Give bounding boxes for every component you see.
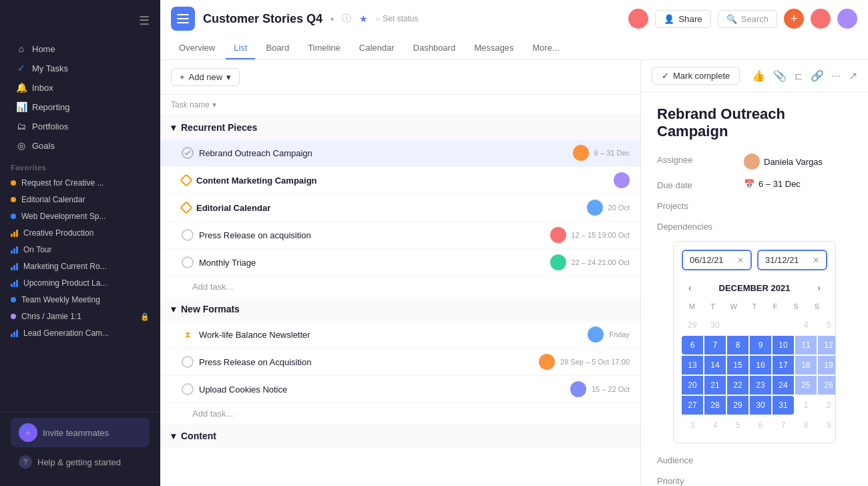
tab-timeline[interactable]: Timeline bbox=[300, 37, 349, 59]
chevron-down-icon[interactable]: ▾ bbox=[331, 15, 334, 23]
cal-day[interactable]: 30 bbox=[750, 396, 771, 415]
sidebar-item-goals[interactable]: ◎ Goals bbox=[5, 136, 155, 155]
more-icon[interactable]: ··· bbox=[832, 70, 841, 82]
clear-end-date-button[interactable]: ✕ bbox=[813, 256, 819, 265]
cal-day[interactable]: 27 bbox=[682, 396, 703, 415]
task-row[interactable]: Upload Cookies Notice 15 – 22 Oct bbox=[160, 376, 640, 403]
cal-day[interactable]: 20 bbox=[682, 376, 703, 395]
info-icon[interactable]: ⓘ bbox=[342, 13, 351, 25]
task-check-icon[interactable] bbox=[182, 383, 194, 395]
tab-messages[interactable]: Messages bbox=[466, 37, 521, 59]
create-button[interactable]: + bbox=[784, 9, 804, 29]
help-button[interactable]: ? Help & getting started bbox=[11, 451, 150, 473]
cal-day[interactable]: 3 bbox=[682, 416, 703, 435]
sidebar-fav-team-weekly[interactable]: Team Weekly Meeting bbox=[0, 292, 160, 308]
cal-day[interactable]: 18 bbox=[795, 356, 817, 375]
cal-day[interactable]: 19 bbox=[818, 356, 836, 375]
cal-day[interactable]: 24 bbox=[773, 376, 794, 395]
section-content[interactable]: ▾ Content bbox=[160, 424, 640, 448]
cal-day[interactable]: 16 bbox=[750, 356, 771, 375]
cal-day[interactable]: 4 bbox=[704, 416, 726, 435]
cal-day[interactable]: 17 bbox=[773, 356, 794, 375]
cal-day[interactable]: 13 bbox=[682, 356, 703, 375]
share-button[interactable]: 👤 Share bbox=[655, 10, 711, 28]
sidebar-fav-lead-gen[interactable]: Lead Generation Cam... bbox=[0, 325, 160, 341]
sidebar-item-inbox[interactable]: 🔔 Inbox bbox=[5, 78, 155, 97]
sidebar-fav-web-dev[interactable]: Web Development Sp... bbox=[0, 208, 160, 224]
attach-icon[interactable]: 📎 bbox=[773, 69, 787, 82]
cal-day[interactable]: 7 bbox=[773, 416, 794, 435]
cal-day[interactable]: 14 bbox=[704, 356, 726, 375]
sidebar-item-home[interactable]: ⌂ Home bbox=[5, 39, 155, 58]
cal-day[interactable]: 10 bbox=[773, 336, 794, 354]
sidebar-fav-chris-jamie[interactable]: Chris / Jamie 1:1 🔒 bbox=[0, 308, 160, 324]
tab-calendar[interactable]: Calendar bbox=[351, 37, 403, 59]
clear-start-date-button[interactable]: ✕ bbox=[737, 256, 744, 265]
search-box[interactable]: 🔍 Search bbox=[718, 10, 777, 28]
diamond-icon[interactable] bbox=[180, 174, 193, 187]
tab-overview[interactable]: Overview bbox=[171, 37, 223, 59]
mark-complete-button[interactable]: ✓ Mark complete bbox=[652, 67, 740, 85]
tab-board[interactable]: Board bbox=[258, 37, 297, 59]
subtask-icon[interactable]: ⊏ bbox=[795, 71, 803, 81]
add-task-new-formats[interactable]: Add task... bbox=[160, 403, 640, 424]
sidebar-fav-marketing[interactable]: Marketing Current Ro... bbox=[0, 258, 160, 274]
cal-day[interactable]: 25 bbox=[795, 376, 817, 395]
field-value[interactable]: 📅 6 – 31 Dec bbox=[744, 179, 852, 189]
section-new-formats[interactable]: ▾ New Formats bbox=[160, 297, 640, 321]
cal-day[interactable]: 26 bbox=[818, 376, 836, 395]
cal-day[interactable]: 3 bbox=[773, 316, 794, 334]
cal-day[interactable]: 1 bbox=[795, 396, 817, 415]
task-check-icon[interactable] bbox=[182, 356, 194, 368]
section-recurrent[interactable]: ▾ Recurrent Pieces bbox=[160, 115, 640, 140]
task-row[interactable]: Monthly Triage 22 – 24 21:00 Oct bbox=[160, 249, 640, 276]
cal-day[interactable]: 29 bbox=[682, 316, 703, 334]
sidebar-fav-on-tour[interactable]: On Tour bbox=[0, 242, 160, 258]
cal-day[interactable]: 8 bbox=[727, 336, 748, 354]
cal-day[interactable]: 5 bbox=[727, 416, 748, 435]
cal-day[interactable]: 2 bbox=[750, 316, 771, 334]
sidebar-fav-editorial[interactable]: Editorial Calendar bbox=[0, 192, 160, 208]
task-row[interactable]: ⧗ Work-life Balance Newsletter Friday bbox=[160, 321, 640, 348]
task-check-icon[interactable] bbox=[182, 229, 194, 241]
cal-day[interactable]: 21 bbox=[704, 376, 726, 395]
cal-day[interactable]: 30 bbox=[704, 316, 726, 334]
cal-day[interactable]: 4 bbox=[795, 316, 817, 334]
cal-day[interactable]: 15 bbox=[727, 356, 748, 375]
task-row[interactable]: Press Release on acquisition 12 – 15 19:… bbox=[160, 222, 640, 249]
link-icon[interactable]: 🔗 bbox=[811, 69, 824, 82]
cal-day[interactable]: 23 bbox=[750, 376, 771, 395]
cal-day[interactable]: 12 bbox=[818, 336, 836, 354]
sidebar-fav-upcoming-product[interactable]: Upcoming Product La... bbox=[0, 275, 160, 291]
thumbs-up-icon[interactable]: 👍 bbox=[752, 69, 765, 82]
cal-day[interactable]: 8 bbox=[795, 416, 817, 435]
sort-icon[interactable]: ▾ bbox=[212, 100, 216, 109]
cal-day[interactable]: 6 bbox=[750, 416, 771, 435]
cal-day[interactable]: 5 bbox=[818, 316, 836, 334]
prev-month-button[interactable]: ‹ bbox=[684, 281, 696, 294]
cal-day[interactable]: 11 bbox=[795, 336, 817, 354]
invite-teammates-button[interactable]: + Invite teammates bbox=[11, 418, 150, 447]
expand-icon[interactable]: ↗ bbox=[849, 69, 857, 82]
sidebar-fav-creative-production[interactable]: Creative Production bbox=[0, 225, 160, 241]
sidebar-item-reporting[interactable]: 📊 Reporting bbox=[5, 97, 155, 116]
cal-day[interactable]: 29 bbox=[727, 396, 748, 415]
diamond-icon[interactable] bbox=[180, 201, 193, 214]
task-row[interactable]: Rebrand Outreach Campaign 6 – 31 Dec bbox=[160, 140, 640, 167]
cal-day[interactable]: 22 bbox=[727, 376, 748, 395]
task-row[interactable]: Editorial Calendar 20 Oct bbox=[160, 194, 640, 222]
add-new-button[interactable]: + Add new ▾ bbox=[171, 68, 240, 86]
cal-day[interactable]: 1 bbox=[727, 316, 748, 334]
sidebar-item-my-tasks[interactable]: ✓ My Tasks bbox=[5, 59, 155, 77]
cal-day[interactable]: 9 bbox=[818, 416, 836, 435]
field-value[interactable]: Daniela Vargas bbox=[744, 154, 852, 170]
cal-day[interactable]: 31 bbox=[773, 396, 794, 415]
sidebar-toggle-icon[interactable]: ☰ bbox=[139, 13, 150, 28]
date-end-input[interactable]: 31/12/21 ✕ bbox=[757, 250, 827, 270]
task-row[interactable]: Press Release on Acquisition 28 Sep – 5 … bbox=[160, 348, 640, 376]
cal-day[interactable]: 2 bbox=[818, 396, 836, 415]
task-check-icon[interactable] bbox=[182, 147, 194, 159]
date-start-input[interactable]: 06/12/21 ✕ bbox=[682, 250, 752, 270]
cal-day[interactable]: 28 bbox=[704, 396, 726, 415]
app-menu-button[interactable] bbox=[171, 7, 195, 31]
